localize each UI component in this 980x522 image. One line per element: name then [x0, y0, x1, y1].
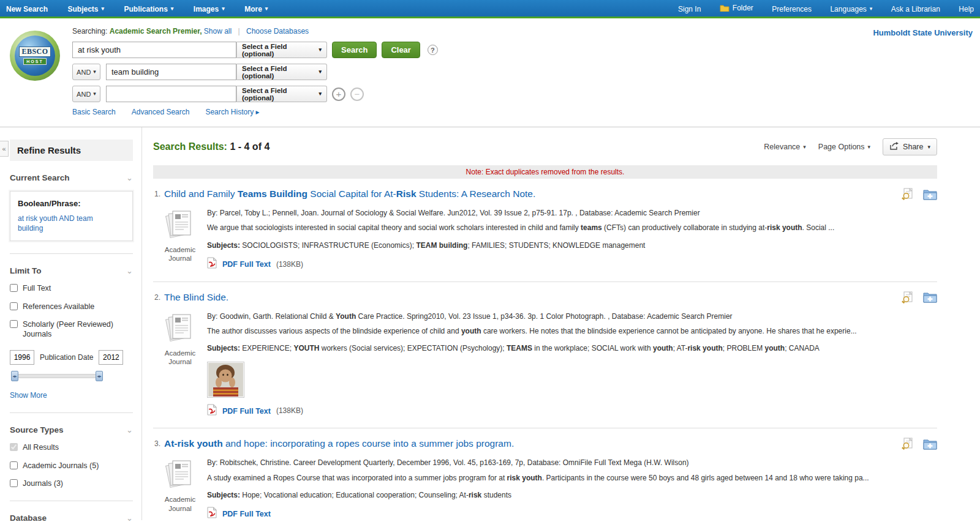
result-title-link[interactable]: The Blind Side. [164, 291, 889, 303]
pdf-file-size: (138KB) [276, 406, 303, 416]
caret-down-icon: ▾ [102, 6, 105, 12]
limit-references-option[interactable]: References Available [10, 302, 133, 311]
database-heading[interactable]: Database ⌄ [10, 513, 133, 522]
choose-databases-link[interactable]: Choose Databases [246, 27, 309, 35]
source-type-academic-journals[interactable]: Academic Journals (5) [10, 461, 133, 471]
pdf-full-text-link[interactable]: PDF Full Text [222, 259, 271, 270]
academic-journal-icon [165, 334, 195, 345]
current-search-heading[interactable]: Current Search ⌄ [10, 173, 133, 182]
topnav-left: New Search Subjects▾ Publications▾ Image… [6, 3, 285, 14]
help-icon[interactable]: ? [428, 45, 438, 55]
top-navigation-bar: New Search Subjects▾ Publications▾ Image… [0, 0, 980, 18]
article-thumbnail-image[interactable] [207, 362, 244, 398]
all-results-checkbox[interactable] [10, 443, 18, 451]
searching-line: Searching: Academic Search Premier, Show… [72, 27, 438, 35]
ebscohost-logo[interactable]: EBSCO HOST [10, 31, 60, 81]
slider-handle-left[interactable]: ◂▸ [11, 371, 18, 381]
add-row-button[interactable]: + [332, 88, 345, 101]
preview-icon[interactable] [902, 438, 913, 452]
nav-subjects[interactable]: Subjects▾ [68, 5, 105, 13]
share-button[interactable]: Share ▾ [883, 138, 937, 155]
subjects-list: Hope; Vocational education; Educational … [240, 491, 511, 499]
advanced-search-link[interactable]: Advanced Search [132, 108, 190, 116]
divider [10, 253, 133, 254]
nav-help[interactable]: Help [959, 5, 974, 13]
search-input-2[interactable] [106, 64, 236, 80]
boolean-select-2[interactable]: AND ▾ [72, 64, 100, 80]
field-select-1[interactable]: Select a Field (optional) ▾ [236, 42, 327, 58]
scholarly-peer-reviewed-checkbox[interactable] [10, 320, 18, 328]
boolean-select-3[interactable]: AND ▾ [72, 86, 100, 102]
refine-results-title: Refine Results [10, 140, 133, 161]
slider-track [11, 374, 103, 378]
basic-search-link[interactable]: Basic Search [72, 108, 116, 116]
nav-ask-a-librarian[interactable]: Ask a Librarian [891, 5, 940, 13]
publication-date-to-input[interactable] [99, 350, 123, 365]
search-input-1[interactable] [72, 42, 236, 58]
clear-button[interactable]: Clear [382, 42, 420, 58]
subjects-label: Subjects: [207, 241, 240, 250]
limit-full-text-option[interactable]: Full Text [10, 283, 133, 293]
caret-down-icon: ▾ [803, 144, 806, 150]
source-type-column: Academic Journal [153, 207, 207, 272]
show-all-link[interactable]: Show all [204, 27, 232, 35]
caret-down-icon: ▾ [318, 47, 322, 53]
results-count: 1 - 4 of 4 [230, 141, 270, 152]
pdf-icon[interactable] [207, 404, 217, 419]
search-input-3[interactable] [106, 86, 236, 102]
nav-images[interactable]: Images▾ [194, 5, 225, 13]
search-button[interactable]: Search [332, 42, 377, 58]
page-options-dropdown[interactable]: Page Options▾ [818, 143, 870, 151]
current-database-name: Academic Search Premier, [110, 27, 202, 35]
pdf-icon[interactable] [207, 257, 217, 272]
pdf-full-text-link[interactable]: PDF Full Text [222, 406, 271, 417]
nav-folder[interactable]: Folder [720, 4, 753, 12]
caret-down-icon: ▾ [93, 69, 96, 75]
pdf-icon[interactable] [207, 507, 217, 520]
publication-date-from-input[interactable] [10, 350, 34, 365]
nav-new-search[interactable]: New Search [6, 5, 48, 13]
add-to-folder-icon[interactable] [923, 291, 937, 305]
search-history-link[interactable]: Search History ▸ [205, 108, 259, 116]
result-title-link[interactable]: Child and Family Teams Building Social C… [164, 188, 889, 199]
preview-icon[interactable] [902, 188, 913, 203]
result-actions [902, 188, 937, 203]
nav-preferences[interactable]: Preferences [772, 5, 812, 13]
result-title-link[interactable]: At-risk youth and hope: incorporating a … [164, 438, 889, 449]
current-search-box: Boolean/Phrase: at risk youth AND team b… [10, 191, 133, 241]
pdf-full-text-row: PDF Full Text (138KB) [207, 257, 937, 272]
limit-scholarly-option[interactable]: Scholarly (Peer Reviewed) Journals [10, 319, 133, 340]
preview-icon[interactable] [902, 291, 913, 306]
results-list: 1. Child and Family Teams Building Socia… [153, 179, 937, 520]
full-text-checkbox[interactable] [10, 284, 18, 292]
caret-down-icon: ▾ [318, 69, 322, 75]
academic-journals-checkbox[interactable] [10, 461, 18, 469]
publication-date-slider: ◂▸ ◂▸ [11, 371, 103, 381]
sort-relevance-dropdown[interactable]: Relevance▾ [764, 143, 806, 151]
searching-label: Searching: [72, 27, 107, 35]
collapse-sidebar-button[interactable]: « [0, 141, 9, 157]
search-header: EBSCO HOST Searching: Academic Search Pr… [0, 18, 980, 127]
nav-publications[interactable]: Publications▾ [124, 5, 174, 13]
institution-name[interactable]: Humboldt State University [873, 28, 973, 37]
source-types-heading[interactable]: Source Types ⌄ [10, 425, 133, 434]
remove-row-button[interactable]: − [350, 88, 364, 101]
limit-to-heading[interactable]: Limit To ⌄ [10, 266, 133, 275]
nav-sign-in[interactable]: Sign In [678, 5, 701, 13]
logo-subtext: HOST [23, 58, 46, 65]
nav-more[interactable]: More▾ [244, 5, 268, 13]
references-available-checkbox[interactable] [10, 302, 18, 310]
pdf-full-text-link[interactable]: PDF Full Text [222, 509, 271, 520]
boolean-phrase-link[interactable]: at risk youth AND team building [18, 214, 97, 233]
source-type-journals[interactable]: Journals (3) [10, 479, 133, 488]
nav-languages[interactable]: Languages▾ [830, 5, 872, 13]
show-more-link[interactable]: Show More [10, 391, 47, 400]
field-select-3[interactable]: Select a Field (optional) ▾ [236, 86, 327, 102]
field-select-2[interactable]: Select a Field (optional) ▾ [236, 64, 327, 80]
source-type-all-results[interactable]: All Results [10, 442, 133, 452]
journals-checkbox[interactable] [10, 479, 18, 487]
add-to-folder-icon[interactable] [923, 188, 937, 203]
slider-handle-right[interactable]: ◂▸ [96, 371, 103, 381]
add-to-folder-icon[interactable] [923, 438, 937, 452]
result-number: 3. [154, 439, 160, 448]
